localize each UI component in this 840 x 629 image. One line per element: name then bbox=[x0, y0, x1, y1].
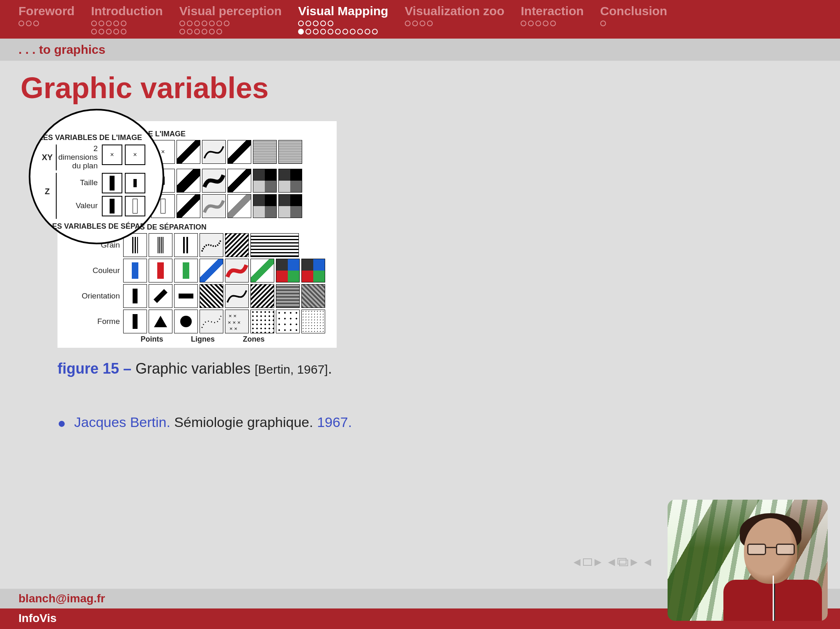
nav-dot[interactable] bbox=[550, 21, 556, 26]
glasses-icon bbox=[747, 544, 795, 556]
nav-dot[interactable] bbox=[313, 21, 319, 26]
nav-dot[interactable] bbox=[91, 29, 97, 34]
nav-prev-frame[interactable]: ◀▶ bbox=[608, 557, 638, 567]
nav-dot[interactable] bbox=[600, 21, 606, 26]
fig-label-forme: Forme bbox=[76, 310, 123, 333]
nav-section-title[interactable]: Introduction bbox=[91, 4, 163, 18]
nav-dot[interactable] bbox=[202, 29, 207, 34]
nav-dot[interactable] bbox=[99, 21, 104, 26]
footer-main-text: InfoVis bbox=[18, 612, 57, 624]
cell: × bbox=[102, 145, 122, 165]
nav-section[interactable]: Visual perception bbox=[179, 4, 282, 34]
nav-section-title[interactable]: Interaction bbox=[521, 4, 583, 18]
nav-dot[interactable] bbox=[335, 29, 341, 34]
mag-label-xy: 2 dimensions du plan bbox=[57, 145, 102, 170]
nav-dot[interactable] bbox=[194, 21, 200, 26]
nav-dot[interactable] bbox=[187, 21, 193, 26]
nav-dot[interactable] bbox=[91, 21, 97, 26]
nav-dot[interactable] bbox=[298, 21, 304, 26]
nav-dot[interactable] bbox=[365, 29, 370, 34]
nav-dot[interactable] bbox=[357, 29, 363, 34]
nav-dot[interactable] bbox=[521, 21, 526, 26]
nav-dot[interactable] bbox=[320, 21, 326, 26]
fig-col-zones: Zones bbox=[229, 335, 278, 344]
nav-dot[interactable] bbox=[305, 21, 311, 26]
webcam-overlay bbox=[668, 500, 828, 621]
figure-caption: figure 15 – Graphic variables [Bertin, 1… bbox=[57, 360, 815, 377]
nav-dot[interactable] bbox=[216, 21, 222, 26]
nav-prev-section[interactable]: ◀ bbox=[644, 557, 651, 567]
cell: × bbox=[125, 145, 145, 165]
nav-dot[interactable] bbox=[342, 29, 348, 34]
nav-section-title[interactable]: Visual Mapping bbox=[298, 4, 388, 18]
nav-section[interactable]: Conclusion bbox=[600, 4, 667, 34]
nav-dot[interactable] bbox=[33, 21, 39, 26]
nav-dot[interactable] bbox=[328, 29, 333, 34]
cell bbox=[174, 259, 198, 282]
cell bbox=[227, 140, 251, 164]
nav-section[interactable]: Introduction bbox=[91, 4, 163, 34]
cell bbox=[125, 173, 145, 193]
footer-email-text[interactable]: blanch@imag.fr bbox=[18, 592, 105, 605]
nav-dot[interactable] bbox=[420, 21, 425, 26]
nav-dot[interactable] bbox=[179, 21, 185, 26]
nav-dot[interactable] bbox=[528, 21, 534, 26]
nav-dot[interactable] bbox=[187, 29, 193, 34]
cell bbox=[177, 140, 200, 164]
cell bbox=[250, 259, 274, 282]
mag-axis-z: Z bbox=[39, 173, 57, 219]
nav-section[interactable]: Interaction bbox=[521, 4, 583, 34]
fig-row-forme: Forme × ×× × ×× × bbox=[62, 310, 333, 333]
nav-dot[interactable] bbox=[427, 21, 433, 26]
nav-dots-row bbox=[521, 21, 583, 26]
nav-dot[interactable] bbox=[209, 29, 215, 34]
nav-dots-row bbox=[91, 21, 163, 26]
nav-section-title[interactable]: Conclusion bbox=[600, 4, 667, 18]
nav-dot[interactable] bbox=[543, 21, 549, 26]
nav-dot[interactable] bbox=[179, 29, 185, 34]
nav-dot[interactable] bbox=[113, 29, 119, 34]
ref-year[interactable]: 1967. bbox=[317, 414, 352, 430]
nav-dot[interactable] bbox=[106, 21, 112, 26]
nav-dot[interactable] bbox=[298, 29, 304, 34]
nav-dot[interactable] bbox=[216, 29, 222, 34]
nav-dot[interactable] bbox=[194, 29, 200, 34]
ref-author[interactable]: Jacques Bertin. bbox=[74, 414, 174, 430]
nav-section[interactable]: Visual Mapping bbox=[298, 4, 388, 34]
nav-dot[interactable] bbox=[209, 21, 215, 26]
nav-dot[interactable] bbox=[121, 29, 126, 34]
nav-section[interactable]: Visualization zoo bbox=[405, 4, 505, 34]
nav-dot[interactable] bbox=[350, 29, 356, 34]
nav-dot[interactable] bbox=[113, 21, 119, 26]
nav-dot[interactable] bbox=[99, 29, 104, 34]
cell bbox=[123, 259, 147, 282]
nav-dot[interactable] bbox=[202, 21, 207, 26]
nav-dot[interactable] bbox=[320, 29, 326, 34]
nav-dot[interactable] bbox=[305, 29, 311, 34]
nav-dot[interactable] bbox=[412, 21, 418, 26]
cell bbox=[149, 233, 172, 257]
cell bbox=[253, 194, 277, 218]
caption-text: Graphic variables bbox=[135, 360, 255, 377]
nav-dot[interactable] bbox=[328, 21, 333, 26]
nav-dot[interactable] bbox=[106, 29, 112, 34]
cell bbox=[149, 259, 172, 282]
nav-section[interactable]: Foreword bbox=[18, 4, 75, 34]
nav-dot[interactable] bbox=[224, 21, 230, 26]
nav-section-title[interactable]: Foreword bbox=[18, 4, 75, 18]
cell bbox=[200, 233, 223, 257]
nav-dot[interactable] bbox=[313, 29, 319, 34]
nav-dot[interactable] bbox=[405, 21, 411, 26]
nav-prev-slide[interactable]: ◀▶ bbox=[574, 557, 601, 567]
nav-dot[interactable] bbox=[18, 21, 24, 26]
cell bbox=[202, 140, 226, 164]
nav-section-title[interactable]: Visual perception bbox=[179, 4, 282, 18]
slide-icon bbox=[583, 558, 592, 566]
cell bbox=[200, 284, 223, 308]
cell bbox=[250, 233, 299, 257]
nav-dot[interactable] bbox=[535, 21, 541, 26]
nav-dot[interactable] bbox=[372, 29, 378, 34]
nav-dot[interactable] bbox=[26, 21, 32, 26]
nav-section-title[interactable]: Visualization zoo bbox=[405, 4, 505, 18]
nav-dot[interactable] bbox=[121, 21, 126, 26]
